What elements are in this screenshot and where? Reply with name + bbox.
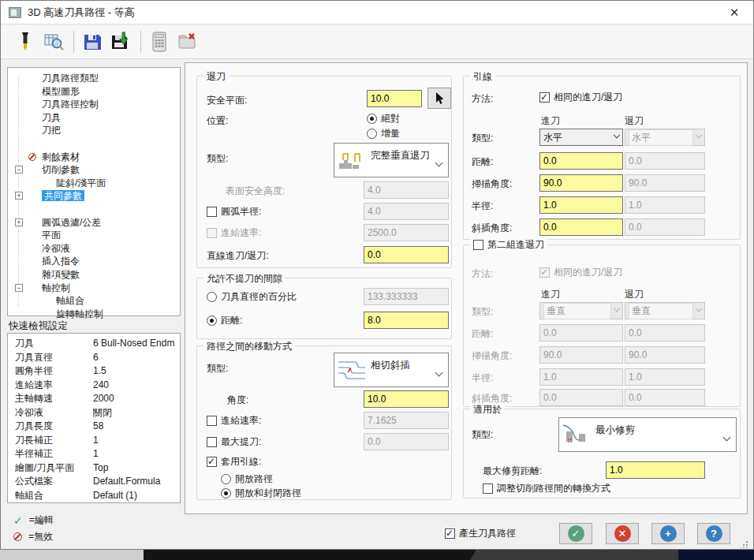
tree-item-toolpath-type[interactable]: 刀具路徑類型: [8, 72, 180, 85]
position-absolute-radio[interactable]: 絕對: [367, 112, 400, 125]
transition-type-label: 類型:: [207, 362, 228, 375]
entry-distance-input[interactable]: [539, 152, 623, 170]
chevron-down-icon: [435, 159, 443, 167]
expand-icon[interactable]: +: [15, 218, 23, 226]
entry-type-dropdown[interactable]: 水平: [539, 129, 623, 146]
gap-distance-input[interactable]: [364, 312, 449, 329]
apply-leads-checkbox[interactable]: 套用引線:: [207, 455, 261, 469]
help-icon: ?: [706, 525, 722, 542]
leads2-exit-radius-input: [625, 368, 705, 386]
retract-type-dropdown[interactable]: 完整垂直退刀: [334, 143, 449, 177]
leads2-exit-ramp-input: [625, 389, 705, 406]
generate-toolpath-checkbox[interactable]: 產生刀具路徑: [445, 527, 516, 540]
window-title: 3D 高速刀具路徑 - 等高: [28, 6, 135, 20]
expand-icon[interactable]: +: [15, 192, 23, 200]
open-paths-radio[interactable]: 開放路徑: [221, 472, 273, 486]
adjust-transition-checkbox[interactable]: 調整切削路徑間的轉換方式: [483, 482, 610, 495]
tree-item-toolpath-control[interactable]: 刀具路徑控制: [8, 98, 180, 111]
tree-item-holder[interactable]: 刀把: [8, 124, 180, 137]
linear-entry-exit-input[interactable]: [364, 246, 449, 263]
leads2-radius-label: 半徑:: [472, 371, 493, 385]
exit-radius-input: [625, 196, 705, 214]
add-button[interactable]: +: [651, 523, 685, 544]
keep-tool-down-title: 允許不提刀的間隙: [203, 272, 286, 286]
ok-button[interactable]: ✓: [559, 523, 592, 544]
quick-view-row: 圓角半徑1.5: [8, 364, 180, 379]
tree-item-rotary-axis-control[interactable]: 旋轉軸控制: [8, 308, 180, 321]
quick-view-row: 公式檔案Default.Formula: [8, 475, 180, 489]
tangential-ramp-icon: [338, 358, 366, 383]
tree-item-model-geometry[interactable]: 模型圖形: [8, 85, 180, 99]
leads-sweep-label: 掃描角度:: [472, 177, 512, 191]
toolpath-dialog: 3D 高速刀具路徑 - 等高 ✕ 刀具路徑類型 模型圖形 刀具路徑控制 刀具 刀…: [0, 0, 754, 550]
entry-radius-input[interactable]: [539, 196, 623, 214]
leads-group: 引線 方法: 相同的進刀/退刀 進刀 退刀 類型: 水平 水平 距離: 掃描角度…: [463, 76, 741, 240]
tree-item-cut-parameters[interactable]: −切削參數: [8, 163, 180, 177]
view-parameters-icon[interactable]: [42, 30, 65, 54]
safety-plane-label: 安全平面:: [207, 94, 247, 107]
help-button[interactable]: ?: [697, 523, 730, 544]
close-button[interactable]: ✕: [723, 6, 745, 20]
apply-to-title: 適用於: [470, 403, 505, 416]
tree-item-axis-combination[interactable]: 軸組合: [8, 294, 180, 308]
cursor-arrow-icon: [433, 91, 446, 106]
parameters-panel: 退刀 安全平面: 位置: 絕對 增量 類型: 完整垂直退刀 表面安全高度: 圓弧…: [185, 62, 748, 514]
tree-item-planes[interactable]: 平面: [8, 229, 180, 242]
entry-ramp-input[interactable]: [539, 218, 623, 236]
apply-to-type-dropdown[interactable]: 最小修剪: [558, 417, 737, 452]
calculator-icon[interactable]: [147, 30, 171, 54]
quick-view-row: 刀具長度58: [8, 420, 180, 434]
max-trim-distance-input[interactable]: [606, 461, 705, 479]
tree-item-linking-parameters[interactable]: +共同參數: [8, 189, 180, 203]
second-leads-checkbox[interactable]: [473, 240, 483, 250]
max-retract-input: [364, 433, 449, 450]
tool-icon[interactable]: [13, 30, 37, 54]
chevron-down-icon: [696, 132, 702, 138]
surface-safety-label: 表面安全高度:: [226, 185, 285, 198]
leads2-entry-type-dropdown: 垂直: [539, 302, 623, 319]
entry-sweep-input[interactable]: [539, 174, 623, 192]
chevron-down-icon: [723, 434, 731, 442]
legend-invalid: =無效: [13, 530, 53, 543]
tree-item-canned-text[interactable]: 插入指令: [8, 255, 180, 268]
tree-item-coolant[interactable]: 冷卻液: [8, 242, 180, 256]
second-leads-title: 第二組進退刀: [470, 238, 547, 252]
resize-grip[interactable]: [741, 539, 748, 551]
same-entry-exit-checkbox[interactable]: 相同的進刀/退刀: [539, 91, 622, 104]
delete-operation-icon[interactable]: [176, 30, 200, 54]
tree-item-axis-control[interactable]: −軸控制: [8, 282, 180, 295]
tree-item-stock[interactable]: 剩餘素材: [8, 151, 180, 164]
collapse-icon[interactable]: −: [15, 166, 23, 174]
transition-type-dropdown[interactable]: 相切斜插: [334, 353, 449, 387]
exit-sweep-input: [625, 174, 705, 192]
exit-distance-input: [625, 152, 705, 170]
leads-distance-label: 距離:: [472, 155, 493, 169]
safety-plane-input[interactable]: [367, 90, 422, 107]
transition-group: 路徑之間的移動方式 類型: 相切斜插 角度: 進給速率: 最大提刀: 套用引線:…: [196, 345, 452, 500]
save-icon[interactable]: [80, 30, 104, 54]
retract-feed-rate-input: [364, 224, 449, 241]
retract-group-title: 退刀: [203, 70, 229, 84]
plus-icon: +: [660, 525, 677, 542]
tree-item-arc-filter[interactable]: +圓弧過濾/公差: [8, 216, 180, 230]
open-closed-paths-radio[interactable]: 開放和封閉路徑: [221, 487, 301, 500]
quick-view-row: 刀長補正1: [8, 434, 180, 448]
leads2-entry-ramp-input: [539, 389, 623, 406]
select-point-button[interactable]: [427, 88, 451, 109]
gap-distance-radio[interactable]: 距離:: [207, 314, 242, 327]
leads-method-label: 方法:: [472, 92, 493, 106]
collapse-icon[interactable]: −: [15, 284, 23, 292]
percent-of-diameter-radio[interactable]: 刀具直徑的百分比: [207, 290, 297, 304]
max-retract-checkbox[interactable]: 最大提刀:: [207, 435, 261, 449]
cancel-x-icon: ✕: [614, 525, 631, 542]
arc-radius-checkbox[interactable]: 圓弧半徑:: [207, 205, 261, 218]
save-to-library-icon[interactable]: [109, 30, 133, 54]
transition-feed-rate-checkbox[interactable]: 進給速率:: [207, 414, 261, 427]
position-incremental-radio[interactable]: 增量: [367, 127, 400, 140]
cancel-button[interactable]: ✕: [606, 523, 639, 544]
tree-item-misc-values[interactable]: 雜項變數: [8, 268, 180, 282]
transition-angle-input[interactable]: [364, 390, 449, 408]
tree-item-tool[interactable]: 刀具: [8, 111, 180, 125]
tree-item-steep-shallow[interactable]: 陡斜/淺平面: [8, 177, 180, 190]
quick-view-row: 刀具6 Bull-Nosed Endmill: [8, 337, 180, 351]
